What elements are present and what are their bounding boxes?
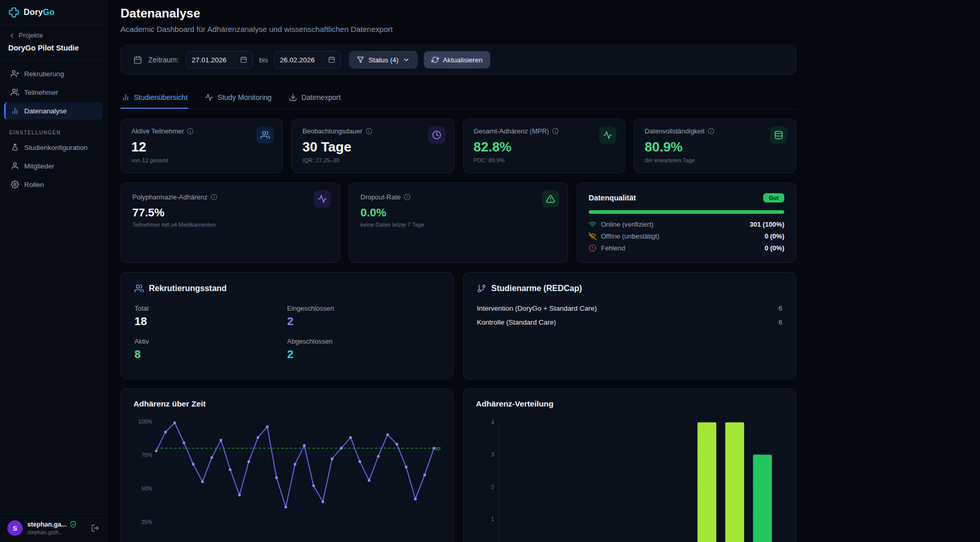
date-from-field[interactable]	[186, 51, 253, 69]
arm-list: Intervention (DoryGo + Standard Care) 6 …	[477, 304, 782, 326]
database-icon	[774, 130, 783, 140]
page-title: Datenanalyse	[121, 6, 796, 21]
arm-label: Kontrolle (Standard Care)	[477, 318, 556, 326]
sidebar-item-label: Studienkonfiguration	[24, 144, 88, 151]
wifi-icon	[589, 221, 596, 228]
panels-row: Rekrutierungsstand Total 18 Eingeschloss…	[121, 272, 796, 379]
svg-text:2: 2	[491, 484, 494, 490]
svg-text:1: 1	[491, 516, 494, 522]
sidebar-item-teilnehmer[interactable]: Teilnehmer	[4, 83, 102, 101]
sidebar-item-studienkonfiguration[interactable]: Studienkonfiguration	[4, 139, 102, 156]
logo-text-go: Go	[43, 8, 55, 16]
chart-title: Adhärenz-Verteilung	[476, 399, 783, 409]
quality-value: 301 (100%)	[750, 221, 784, 228]
main-nav: Rekrutierung Teilnehmer Datenanalyse	[0, 60, 107, 120]
sidebar-item-label: Teilnehmer	[24, 89, 58, 96]
tab-label: Datenexport	[301, 93, 340, 101]
activity-icon	[205, 93, 213, 101]
stat-subtext: Teilnehmer mit ≥4 Medikamenten	[132, 222, 328, 228]
back-to-projects-link[interactable]: Projekte	[8, 31, 98, 39]
quality-progress-bar	[589, 210, 784, 214]
chart-card-adhaerenz-verteilung: Adhärenz-Verteilung 43210	[463, 388, 796, 542]
project-block: Projekte DoryGo Pilot Studie	[0, 25, 107, 60]
tab-studienuebersicht[interactable]: Studienübersicht	[121, 90, 188, 109]
panel-rekrutierungsstand: Rekrutierungsstand Total 18 Eingeschloss…	[121, 272, 454, 379]
recruitment-item-total: Total 18	[134, 304, 287, 328]
logout-icon[interactable]	[91, 524, 99, 532]
sidebar-item-rekrutierung[interactable]: Rekrutierung	[4, 65, 102, 82]
dorygo-logo[interactable]: DoryGo	[0, 0, 107, 25]
stat-title: Beobachtungsdauer	[302, 127, 362, 135]
svg-text:3: 3	[491, 451, 494, 458]
calendar-icon[interactable]	[328, 56, 335, 63]
sidebar-item-datenanalyse[interactable]: Datenanalyse	[4, 102, 102, 120]
status-filter-label: Status (4)	[368, 56, 399, 64]
quality-value: 0 (0%)	[765, 232, 784, 240]
refresh-button[interactable]: Aktualisieren	[424, 51, 490, 69]
quality-badge: Gut	[763, 193, 784, 202]
git-branch-icon	[477, 284, 486, 293]
stat-card-beobachtungsdauer: Beobachtungsdauer 30 Tage IQR: 27.25–30	[291, 118, 454, 173]
tab-label: Studienübersicht	[134, 93, 187, 101]
avatar[interactable]: S	[7, 520, 23, 536]
date-from-input[interactable]	[192, 56, 236, 64]
bar-chart-icon	[122, 93, 130, 101]
info-icon[interactable]	[366, 128, 372, 134]
quality-row-online: Online (verifiziert) 301 (100%)	[589, 221, 784, 228]
tab-study-monitoring[interactable]: Study Monitoring	[204, 90, 272, 109]
tab-bar: Studienübersicht Study Monitoring Datene…	[121, 90, 796, 109]
quality-row-fehlend: Fehlend 0 (0%)	[589, 244, 784, 252]
stat-card-aktive-teilnehmer: Aktive Teilnehmer 12 von 12 gesamt	[121, 118, 283, 173]
shield-check-icon	[70, 521, 77, 528]
user-name: stephan.ga...	[27, 521, 66, 528]
info-icon[interactable]	[404, 194, 410, 200]
stat-value: 77.5%	[132, 206, 328, 219]
stat-card-gesamt-adhaerenz: Gesamt-Adhärenz (MPR) 82.8% PDC: 80.9%	[463, 118, 625, 173]
page-subtitle: Academic Dashboard für Adhärenzanalyse u…	[121, 25, 796, 33]
recruitment-value: 2	[287, 348, 440, 361]
status-filter-button[interactable]: Status (4)	[349, 51, 418, 69]
stat-value: 30 Tage	[302, 139, 443, 155]
adherence-line-chart: 100%75%50%25%0%80%	[133, 415, 441, 542]
sidebar-item-label: Rollen	[24, 181, 44, 189]
date-to-field[interactable]	[274, 51, 341, 69]
stat-title: Aktive Teilnehmer	[131, 127, 184, 135]
date-range-label: Zeitraum:	[148, 56, 179, 64]
date-to-input[interactable]	[280, 56, 324, 64]
info-icon[interactable]	[708, 128, 714, 134]
logo-text-dory: Dory	[24, 8, 43, 16]
tab-label: Study Monitoring	[217, 93, 271, 101]
stat-value: 80.9%	[645, 139, 785, 155]
sidebar-item-rollen[interactable]: Rollen	[4, 176, 102, 193]
download-icon	[289, 93, 297, 101]
dorygo-logo-icon	[8, 7, 20, 18]
gear-icon	[11, 180, 19, 189]
bis-label: bis	[259, 56, 268, 64]
info-icon[interactable]	[552, 128, 559, 134]
sidebar-item-mitglieder[interactable]: Mitglieder	[4, 157, 102, 175]
flask-icon	[11, 143, 19, 151]
sidebar-item-label: Rekrutierung	[24, 70, 64, 78]
recruitment-value: 18	[134, 315, 287, 328]
quality-label: Offline (unbestätigt)	[601, 232, 659, 240]
info-icon[interactable]	[211, 194, 217, 200]
quality-label: Online (verifiziert)	[601, 221, 654, 228]
tab-datenexport[interactable]: Datenexport	[288, 90, 341, 109]
card-polypharmazie: Polypharmazie-Adhärenz 77.5% Teilnehmer …	[121, 182, 340, 263]
svg-text:75%: 75%	[141, 452, 152, 458]
quality-row-offline: Offline (unbestätigt) 0 (0%)	[589, 232, 784, 240]
arm-row-kontrolle: Kontrolle (Standard Care) 6	[477, 318, 782, 326]
activity-icon	[318, 194, 327, 204]
stat-value: 82.8%	[474, 139, 614, 155]
recruitment-label: Abgeschlossen	[287, 337, 440, 345]
charts-row: Adhärenz über Zeit 100%75%50%25%0%80% Ad…	[121, 388, 796, 542]
filter-icon	[357, 56, 364, 63]
calendar-icon[interactable]	[240, 56, 247, 63]
user-names: stephan.ga... stephan.gath...	[27, 521, 77, 535]
recruitment-value: 2	[287, 315, 440, 328]
stat-title: Gesamt-Adhärenz (MPR)	[474, 127, 549, 135]
info-icon[interactable]	[187, 128, 194, 134]
chevron-down-icon	[403, 56, 410, 63]
arm-count: 6	[779, 318, 782, 326]
arm-row-intervention: Intervention (DoryGo + Standard Care) 6	[477, 304, 782, 312]
